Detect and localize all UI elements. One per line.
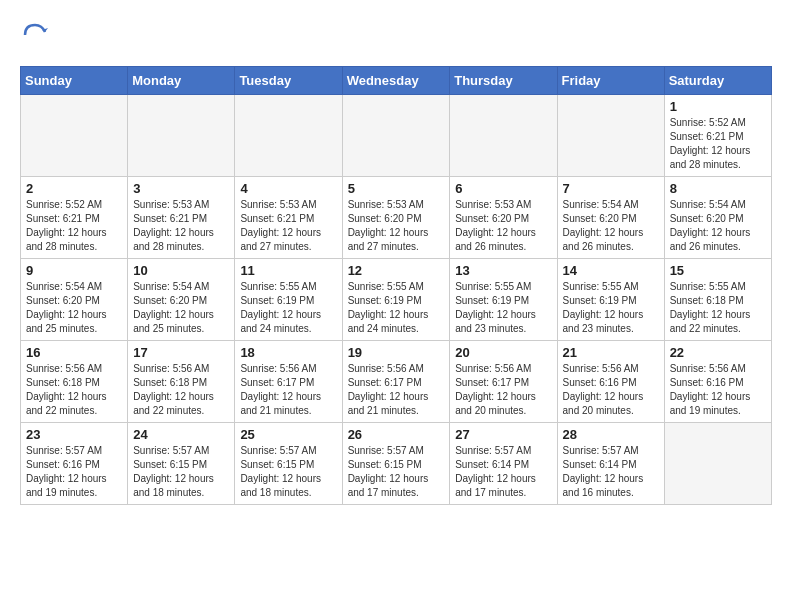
day-number: 12 (348, 263, 445, 278)
day-cell (557, 95, 664, 177)
day-info: Sunrise: 5:55 AM Sunset: 6:18 PM Dayligh… (670, 280, 766, 336)
week-row-2: 9Sunrise: 5:54 AM Sunset: 6:20 PM Daylig… (21, 259, 772, 341)
day-cell (342, 95, 450, 177)
day-number: 28 (563, 427, 659, 442)
day-cell: 10Sunrise: 5:54 AM Sunset: 6:20 PM Dayli… (128, 259, 235, 341)
day-cell: 8Sunrise: 5:54 AM Sunset: 6:20 PM Daylig… (664, 177, 771, 259)
day-info: Sunrise: 5:55 AM Sunset: 6:19 PM Dayligh… (563, 280, 659, 336)
day-number: 15 (670, 263, 766, 278)
day-info: Sunrise: 5:57 AM Sunset: 6:14 PM Dayligh… (455, 444, 551, 500)
day-info: Sunrise: 5:55 AM Sunset: 6:19 PM Dayligh… (455, 280, 551, 336)
day-number: 25 (240, 427, 336, 442)
day-info: Sunrise: 5:55 AM Sunset: 6:19 PM Dayligh… (348, 280, 445, 336)
day-cell (235, 95, 342, 177)
day-cell: 15Sunrise: 5:55 AM Sunset: 6:18 PM Dayli… (664, 259, 771, 341)
day-info: Sunrise: 5:52 AM Sunset: 6:21 PM Dayligh… (26, 198, 122, 254)
header-sunday: Sunday (21, 67, 128, 95)
day-cell: 13Sunrise: 5:55 AM Sunset: 6:19 PM Dayli… (450, 259, 557, 341)
day-info: Sunrise: 5:57 AM Sunset: 6:14 PM Dayligh… (563, 444, 659, 500)
day-info: Sunrise: 5:56 AM Sunset: 6:17 PM Dayligh… (240, 362, 336, 418)
day-cell: 3Sunrise: 5:53 AM Sunset: 6:21 PM Daylig… (128, 177, 235, 259)
day-number: 9 (26, 263, 122, 278)
day-number: 26 (348, 427, 445, 442)
day-number: 3 (133, 181, 229, 196)
day-info: Sunrise: 5:55 AM Sunset: 6:19 PM Dayligh… (240, 280, 336, 336)
week-row-0: 1Sunrise: 5:52 AM Sunset: 6:21 PM Daylig… (21, 95, 772, 177)
day-info: Sunrise: 5:56 AM Sunset: 6:16 PM Dayligh… (563, 362, 659, 418)
header-tuesday: Tuesday (235, 67, 342, 95)
page-header (20, 20, 772, 50)
week-row-1: 2Sunrise: 5:52 AM Sunset: 6:21 PM Daylig… (21, 177, 772, 259)
day-info: Sunrise: 5:54 AM Sunset: 6:20 PM Dayligh… (563, 198, 659, 254)
day-cell: 2Sunrise: 5:52 AM Sunset: 6:21 PM Daylig… (21, 177, 128, 259)
day-cell: 18Sunrise: 5:56 AM Sunset: 6:17 PM Dayli… (235, 341, 342, 423)
day-info: Sunrise: 5:56 AM Sunset: 6:18 PM Dayligh… (26, 362, 122, 418)
day-number: 21 (563, 345, 659, 360)
day-cell: 22Sunrise: 5:56 AM Sunset: 6:16 PM Dayli… (664, 341, 771, 423)
header-saturday: Saturday (664, 67, 771, 95)
day-cell (21, 95, 128, 177)
day-number: 11 (240, 263, 336, 278)
day-number: 7 (563, 181, 659, 196)
header-wednesday: Wednesday (342, 67, 450, 95)
week-row-3: 16Sunrise: 5:56 AM Sunset: 6:18 PM Dayli… (21, 341, 772, 423)
day-cell: 25Sunrise: 5:57 AM Sunset: 6:15 PM Dayli… (235, 423, 342, 505)
day-info: Sunrise: 5:54 AM Sunset: 6:20 PM Dayligh… (670, 198, 766, 254)
day-number: 24 (133, 427, 229, 442)
header-monday: Monday (128, 67, 235, 95)
day-cell: 23Sunrise: 5:57 AM Sunset: 6:16 PM Dayli… (21, 423, 128, 505)
logo-icon (20, 20, 50, 50)
day-info: Sunrise: 5:54 AM Sunset: 6:20 PM Dayligh… (133, 280, 229, 336)
day-cell (450, 95, 557, 177)
day-number: 17 (133, 345, 229, 360)
day-cell: 20Sunrise: 5:56 AM Sunset: 6:17 PM Dayli… (450, 341, 557, 423)
day-number: 6 (455, 181, 551, 196)
day-number: 5 (348, 181, 445, 196)
day-cell: 6Sunrise: 5:53 AM Sunset: 6:20 PM Daylig… (450, 177, 557, 259)
day-cell: 9Sunrise: 5:54 AM Sunset: 6:20 PM Daylig… (21, 259, 128, 341)
day-info: Sunrise: 5:56 AM Sunset: 6:18 PM Dayligh… (133, 362, 229, 418)
day-cell: 16Sunrise: 5:56 AM Sunset: 6:18 PM Dayli… (21, 341, 128, 423)
day-cell: 26Sunrise: 5:57 AM Sunset: 6:15 PM Dayli… (342, 423, 450, 505)
day-info: Sunrise: 5:57 AM Sunset: 6:15 PM Dayligh… (133, 444, 229, 500)
day-cell (664, 423, 771, 505)
day-info: Sunrise: 5:52 AM Sunset: 6:21 PM Dayligh… (670, 116, 766, 172)
day-number: 2 (26, 181, 122, 196)
day-number: 13 (455, 263, 551, 278)
day-number: 19 (348, 345, 445, 360)
header-friday: Friday (557, 67, 664, 95)
day-cell: 1Sunrise: 5:52 AM Sunset: 6:21 PM Daylig… (664, 95, 771, 177)
calendar: SundayMondayTuesdayWednesdayThursdayFrid… (20, 66, 772, 505)
day-number: 18 (240, 345, 336, 360)
day-info: Sunrise: 5:56 AM Sunset: 6:16 PM Dayligh… (670, 362, 766, 418)
day-info: Sunrise: 5:53 AM Sunset: 6:21 PM Dayligh… (133, 198, 229, 254)
day-info: Sunrise: 5:57 AM Sunset: 6:16 PM Dayligh… (26, 444, 122, 500)
day-cell: 21Sunrise: 5:56 AM Sunset: 6:16 PM Dayli… (557, 341, 664, 423)
day-info: Sunrise: 5:53 AM Sunset: 6:20 PM Dayligh… (348, 198, 445, 254)
day-info: Sunrise: 5:57 AM Sunset: 6:15 PM Dayligh… (240, 444, 336, 500)
logo (20, 20, 54, 50)
day-number: 20 (455, 345, 551, 360)
week-row-4: 23Sunrise: 5:57 AM Sunset: 6:16 PM Dayli… (21, 423, 772, 505)
day-cell: 5Sunrise: 5:53 AM Sunset: 6:20 PM Daylig… (342, 177, 450, 259)
day-cell (128, 95, 235, 177)
calendar-header-row: SundayMondayTuesdayWednesdayThursdayFrid… (21, 67, 772, 95)
day-number: 1 (670, 99, 766, 114)
day-info: Sunrise: 5:54 AM Sunset: 6:20 PM Dayligh… (26, 280, 122, 336)
day-number: 10 (133, 263, 229, 278)
day-number: 27 (455, 427, 551, 442)
header-thursday: Thursday (450, 67, 557, 95)
day-number: 8 (670, 181, 766, 196)
day-cell: 17Sunrise: 5:56 AM Sunset: 6:18 PM Dayli… (128, 341, 235, 423)
day-cell: 24Sunrise: 5:57 AM Sunset: 6:15 PM Dayli… (128, 423, 235, 505)
day-number: 22 (670, 345, 766, 360)
day-cell: 12Sunrise: 5:55 AM Sunset: 6:19 PM Dayli… (342, 259, 450, 341)
day-cell: 11Sunrise: 5:55 AM Sunset: 6:19 PM Dayli… (235, 259, 342, 341)
day-number: 14 (563, 263, 659, 278)
day-info: Sunrise: 5:53 AM Sunset: 6:21 PM Dayligh… (240, 198, 336, 254)
day-info: Sunrise: 5:56 AM Sunset: 6:17 PM Dayligh… (455, 362, 551, 418)
day-info: Sunrise: 5:57 AM Sunset: 6:15 PM Dayligh… (348, 444, 445, 500)
day-cell: 14Sunrise: 5:55 AM Sunset: 6:19 PM Dayli… (557, 259, 664, 341)
day-number: 23 (26, 427, 122, 442)
day-number: 16 (26, 345, 122, 360)
